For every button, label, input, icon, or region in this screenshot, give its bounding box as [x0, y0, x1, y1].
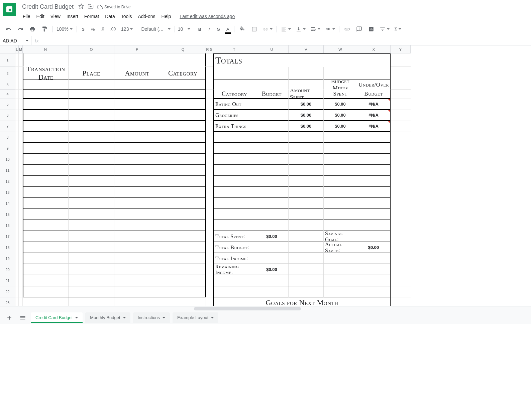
row-header-8[interactable]: 8 [0, 132, 15, 143]
cell-R16[interactable] [206, 220, 209, 231]
row-header-19[interactable]: 19 [0, 253, 15, 264]
formula-input[interactable] [42, 36, 531, 45]
cell-V12[interactable] [289, 176, 324, 187]
cell-V17[interactable] [289, 231, 324, 242]
row-header-10[interactable]: 10 [0, 154, 15, 165]
cell-M12[interactable] [19, 176, 23, 187]
cell-X4[interactable]: Budget [357, 90, 391, 99]
cell-O16[interactable] [69, 220, 114, 231]
cell-P23[interactable] [114, 297, 160, 306]
cell-S2[interactable] [209, 67, 213, 80]
cell-Y20[interactable] [391, 264, 411, 275]
cell-P5[interactable] [114, 99, 160, 110]
cell-O5[interactable] [69, 99, 114, 110]
cell-P22[interactable] [114, 286, 160, 297]
cell-Y18[interactable] [391, 242, 411, 253]
row-header-6[interactable]: 6 [0, 110, 15, 121]
cell-Q10[interactable] [160, 154, 206, 165]
menu-file[interactable]: File [20, 12, 33, 20]
print-button[interactable] [27, 24, 38, 34]
font-size-dropdown[interactable]: 10 [177, 25, 191, 33]
cell-Y4[interactable] [391, 90, 411, 99]
cell-W6[interactable]: $0.00 [324, 110, 357, 121]
last-edit-link[interactable]: Last edit was seconds ago [180, 14, 235, 19]
row-header-15[interactable]: 15 [0, 209, 15, 220]
row-header-9[interactable]: 9 [0, 143, 15, 154]
menu-data[interactable]: Data [102, 12, 118, 20]
menu-view[interactable]: View [48, 12, 63, 20]
cell-O6[interactable] [69, 110, 114, 121]
cell-Q12[interactable] [160, 176, 206, 187]
cell-Y8[interactable] [391, 132, 411, 143]
row-header-3[interactable]: 3 [0, 80, 15, 90]
cell-L9[interactable] [15, 143, 19, 154]
cell-R21[interactable] [206, 275, 209, 286]
row-header-13[interactable]: 13 [0, 187, 15, 198]
add-sheet-button[interactable] [4, 312, 15, 323]
row-header-18[interactable]: 18 [0, 242, 15, 253]
cell-T7[interactable]: Extra Things [213, 121, 255, 132]
cell-W12[interactable] [324, 176, 357, 187]
cell-L21[interactable] [15, 275, 19, 286]
cell-L17[interactable] [15, 231, 19, 242]
cell-N22[interactable] [23, 286, 69, 297]
cell-P17[interactable] [114, 231, 160, 242]
cell-L14[interactable] [15, 198, 19, 209]
strikethrough-button[interactable]: S [214, 24, 223, 34]
cell-T19[interactable]: Total Income: [213, 253, 255, 264]
rotate-button[interactable] [323, 25, 337, 33]
cell-W9[interactable] [324, 143, 357, 154]
cell-R14[interactable] [206, 198, 209, 209]
cell-X13[interactable] [357, 187, 391, 198]
menu-tools[interactable]: Tools [118, 12, 135, 20]
cell-M21[interactable] [19, 275, 23, 286]
cell-N12[interactable] [23, 176, 69, 187]
cell-X17[interactable] [357, 231, 391, 242]
cell-R9[interactable] [206, 143, 209, 154]
cell-L1[interactable] [15, 53, 19, 67]
cell-Q22[interactable] [160, 286, 206, 297]
cell-V10[interactable] [289, 154, 324, 165]
cell-Q17[interactable] [160, 231, 206, 242]
number-format-dropdown[interactable]: 123 [119, 25, 135, 33]
cell-M3[interactable] [19, 80, 23, 90]
cell-W16[interactable] [324, 220, 357, 231]
cell-M18[interactable] [19, 242, 23, 253]
filter-button[interactable] [378, 25, 392, 33]
chart-button[interactable] [365, 24, 377, 34]
decrease-decimal-button[interactable]: .0 [98, 24, 107, 34]
cell-U4[interactable]: Budget [255, 90, 289, 99]
cell-P9[interactable] [114, 143, 160, 154]
column-header-T[interactable]: T [213, 45, 255, 53]
row-header-16[interactable]: 16 [0, 220, 15, 231]
cell-V22[interactable] [289, 286, 324, 297]
cell-U8[interactable] [255, 132, 289, 143]
cell-L23[interactable] [15, 297, 19, 306]
cell-O9[interactable] [69, 143, 114, 154]
fill-color-button[interactable] [236, 24, 248, 34]
cell-M20[interactable] [19, 264, 23, 275]
cell-V20[interactable] [289, 264, 324, 275]
cell-P3[interactable] [114, 80, 160, 90]
cell-Y10[interactable] [391, 154, 411, 165]
cell-U17[interactable]: $0.00 [255, 231, 289, 242]
cell-V5[interactable]: $0.00 [289, 99, 324, 110]
cell-X18[interactable]: $0.00 [357, 242, 391, 253]
star-icon[interactable] [78, 3, 84, 10]
cell-S13[interactable] [209, 187, 213, 198]
sheet-tab-example-layout[interactable]: Example Layout [173, 312, 218, 323]
cell-P13[interactable] [114, 187, 160, 198]
cell-V18[interactable] [289, 242, 324, 253]
cell-M10[interactable] [19, 154, 23, 165]
cell-V16[interactable] [289, 220, 324, 231]
row-header-2[interactable]: 2 [0, 67, 15, 80]
cell-M6[interactable] [19, 110, 23, 121]
cell-X14[interactable] [357, 198, 391, 209]
cell-W19[interactable] [324, 253, 357, 264]
cell-X16[interactable] [357, 220, 391, 231]
cell-U2[interactable] [255, 67, 289, 80]
document-title[interactable]: Credit Card Budget [20, 3, 76, 11]
all-sheets-button[interactable] [17, 312, 28, 323]
cell-T9[interactable] [213, 143, 255, 154]
cell-X11[interactable] [357, 165, 391, 176]
